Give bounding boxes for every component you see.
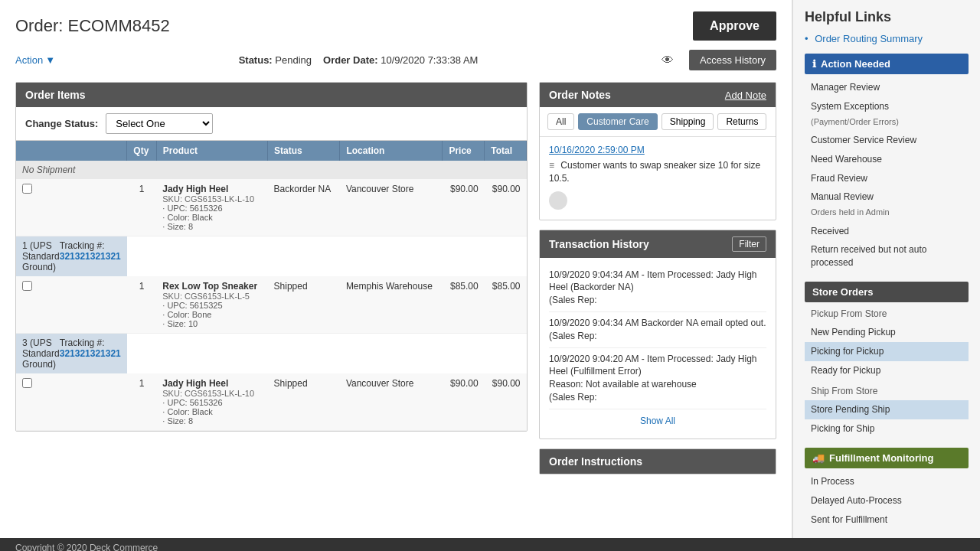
sidebar-item-action-needed-6[interactable]: Received <box>805 222 969 241</box>
approve-button[interactable]: Approve <box>693 11 776 41</box>
col-product: Product <box>156 141 267 161</box>
change-status-bar: Change Status: Select One <box>16 107 527 141</box>
sidebar-sub-item-1[interactable]: Picking for Pickup <box>805 342 969 361</box>
order-items-box: Order Items Change Status: Select One Qt… <box>15 82 528 432</box>
sidebar-sub-item-0[interactable]: New Pending Pickup <box>805 323 969 342</box>
action-button[interactable]: Action ▼ <box>15 54 55 66</box>
col-total: Total <box>485 141 527 161</box>
sidebar-item-action-needed-1[interactable]: System Exceptions <box>805 97 969 116</box>
sidebar: Helpful Links • Order Routing Summary ℹA… <box>792 0 980 538</box>
product-name: Jady High Heel <box>162 378 261 389</box>
sidebar-item-fulfillment-2[interactable]: Sent for Fulfillment <box>805 510 969 530</box>
change-status-select[interactable]: Select One <box>106 113 213 134</box>
shipment-label: 3 (UPS Standard Ground) <box>22 337 60 370</box>
action-label: Action <box>15 54 43 66</box>
change-status-label: Change Status: <box>25 118 98 129</box>
chevron-down-icon: ▼ <box>45 54 55 66</box>
product-color: · Color: Black <box>162 407 261 416</box>
tab-returns[interactable]: Returns <box>717 113 766 130</box>
row-qty: 1 <box>127 179 156 236</box>
footer-copyright: Copyright © 2020 Deck Commerce <box>15 543 158 551</box>
sidebar-item-fulfillment-1[interactable]: Delayed Auto-Process <box>805 491 969 510</box>
transaction-item: 10/9/2020 9:04:34 AM - Item Processed: J… <box>549 264 766 312</box>
notes-content: 10/16/2020 2:59:00 PM ≡ Customer wants t… <box>540 137 776 220</box>
row-price: $85.00 <box>443 276 485 334</box>
footer: Copyright © 2020 Deck Commerce <box>0 538 980 551</box>
note-body: Customer wants to swap sneaker size 10 f… <box>549 160 760 184</box>
row-qty: 1 <box>127 373 156 431</box>
sidebar-item-action-needed-4[interactable]: Fraud Review <box>805 169 969 188</box>
sidebar-item-action-needed-5[interactable]: Manual Review <box>805 187 969 207</box>
content-columns: Order Items Change Status: Select One Qt… <box>15 82 776 474</box>
tab-all[interactable]: All <box>547 113 574 130</box>
row-location: Vancouver Store <box>340 373 443 431</box>
order-notes-box: Order Notes Add Note All Customer Care S… <box>539 82 776 220</box>
notes-header: Order Notes Add Note <box>540 83 776 107</box>
product-sku: SKU: CGS6153-LK-L-10 <box>162 194 261 204</box>
bullet-icon: • <box>805 33 808 44</box>
row-product: Rex Low Top Sneaker SKU: CGS6153-LK-L-5 … <box>156 276 267 334</box>
transaction-title: Transaction History <box>549 238 649 250</box>
row-checkbox <box>16 373 127 431</box>
tracking-link[interactable]: 321321321321 <box>60 348 121 359</box>
row-checkbox <box>16 276 127 334</box>
access-history-button[interactable]: Access History <box>689 50 776 70</box>
transaction-content: 10/9/2020 9:04:34 AM - Item Processed: J… <box>540 258 776 439</box>
transaction-header: Transaction History Filter <box>540 230 776 258</box>
table-row: 1 Jady High Heel SKU: CGS6153-LK-L-10 · … <box>16 179 527 236</box>
tab-customer-care[interactable]: Customer Care <box>578 113 657 130</box>
col-checkbox <box>16 141 127 161</box>
note-icon: ≡ <box>549 160 554 171</box>
filter-button[interactable]: Filter <box>732 236 766 252</box>
row-product: Jady High Heel SKU: CGS6153-LK-L-10 · UP… <box>156 179 267 236</box>
add-note-button[interactable]: Add Note <box>725 90 766 101</box>
row-location: Memphis Warehouse <box>340 276 443 334</box>
store-orders-header-label: Store Orders <box>812 286 873 298</box>
sidebar-order-routing-link[interactable]: Order Routing Summary <box>815 33 923 44</box>
product-color: · Color: Bone <box>162 310 261 319</box>
sidebar-item-action-needed-3[interactable]: Need Warehouse <box>805 150 969 169</box>
tracking-link[interactable]: 321321321321 <box>60 251 121 262</box>
notes-title: Order Notes <box>549 89 611 101</box>
sidebar-sub-item-2[interactable]: Ready for Pickup <box>805 361 969 380</box>
product-upc: · UPC: 5615326 <box>162 398 261 407</box>
order-date-value: 10/9/2020 7:33:38 AM <box>381 54 478 66</box>
sidebar-sub-item-0[interactable]: Store Pending Ship <box>805 400 969 419</box>
order-items-header: Order Items <box>16 83 527 107</box>
action-needed-header-label: Action Needed <box>821 58 890 70</box>
sidebar-item-sub-action-needed-5: Orders held in Admin <box>805 207 969 221</box>
sidebar-sub-section-label: Pickup From Store <box>805 306 969 321</box>
sidebar-item-action-needed-2[interactable]: Customer Service Review <box>805 131 969 150</box>
sidebar-section-header-action-needed: ℹAction Needed <box>805 54 969 74</box>
sidebar-section-store-orders: Store OrdersPickup From StoreNew Pending… <box>805 282 969 439</box>
product-name: Rex Low Top Sneaker <box>162 281 261 292</box>
table-row: 1 Jady High Heel SKU: CGS6153-LK-L-10 · … <box>16 373 527 431</box>
sidebar-item-action-needed-7[interactable]: Return received but not auto processed <box>805 240 969 272</box>
sidebar-sub-section-label: Ship From Store <box>805 383 969 399</box>
show-all-link[interactable]: Show All <box>549 409 766 432</box>
product-sku: SKU: CGS6153-LK-L-10 <box>162 389 261 398</box>
shipment-tracking: Tracking #: 321321321321 <box>60 337 121 370</box>
status-value: Pending <box>275 54 312 66</box>
item-checkbox[interactable] <box>22 184 32 194</box>
order-subheader: Action ▼ Status: Pending Order Date: 10/… <box>15 50 776 70</box>
product-size: · Size: 10 <box>162 319 261 328</box>
item-checkbox[interactable] <box>22 281 32 291</box>
notes-tabs: All Customer Care Shipping Returns <box>540 107 776 137</box>
transaction-item: 10/9/2020 9:04:34 AM Backorder NA email … <box>549 312 766 348</box>
sidebar-sub-item-1[interactable]: Picking for Ship <box>805 419 969 439</box>
table-header-row: Qty Product Status Location Price Total <box>16 141 527 161</box>
table-row: 1 Rex Low Top Sneaker SKU: CGS6153-LK-L-… <box>16 276 527 334</box>
note-date[interactable]: 10/16/2020 2:59:00 PM <box>549 145 766 155</box>
shipment-label: 1 (UPS Standard Ground) <box>22 240 60 272</box>
eye-icon[interactable]: 👁 <box>662 54 674 67</box>
col-qty: Qty <box>127 141 156 161</box>
order-instructions-box: Order Instructions <box>539 448 776 474</box>
order-id: ECOMM8452 <box>67 16 169 35</box>
product-upc: · UPC: 5615326 <box>162 204 261 213</box>
shipment-header-row: 3 (UPS Standard Ground) Tracking #: 3213… <box>16 334 527 374</box>
sidebar-item-action-needed-0[interactable]: Manager Review <box>805 78 969 97</box>
item-checkbox[interactable] <box>22 378 32 388</box>
tab-shipping[interactable]: Shipping <box>662 113 714 130</box>
sidebar-item-fulfillment-0[interactable]: In Process <box>805 472 969 491</box>
